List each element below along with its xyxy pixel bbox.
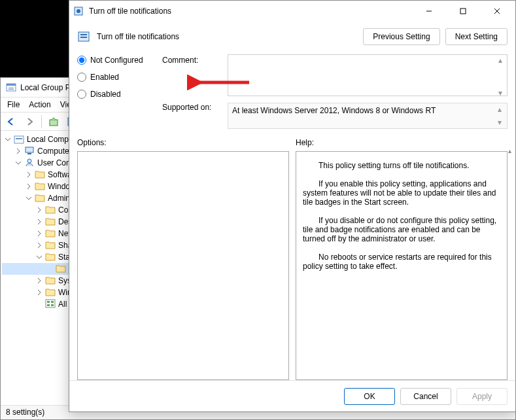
mmc-app-icon xyxy=(6,82,16,93)
svg-rect-12 xyxy=(46,300,55,307)
tree-label: Computer xyxy=(36,147,72,156)
comment-textarea[interactable] xyxy=(228,54,507,96)
help-paragraph: This policy setting turns off tile notif… xyxy=(303,161,500,170)
svg-rect-16 xyxy=(51,304,54,306)
folder-icon xyxy=(35,169,45,181)
svg-rect-1 xyxy=(7,84,16,86)
folder-icon xyxy=(45,275,56,287)
help-paragraph: If you enable this policy setting, appli… xyxy=(303,179,500,207)
dialog-title: Turn off tile notifications xyxy=(89,7,171,16)
svg-rect-8 xyxy=(16,138,22,139)
radio-disabled[interactable]: Disabled xyxy=(77,90,156,99)
comment-label: Comment: xyxy=(162,56,221,65)
supported-on-box: At least Windows Server 2012, Windows 8 … xyxy=(228,103,507,129)
folder-icon xyxy=(35,193,45,204)
svg-rect-2 xyxy=(9,88,14,88)
options-label: Options: xyxy=(77,138,107,147)
forward-button[interactable] xyxy=(22,114,37,129)
policy-heading: Turn off tile notifications xyxy=(97,32,179,41)
chevron-right-icon[interactable] xyxy=(35,288,44,297)
close-button[interactable] xyxy=(483,1,511,21)
maximize-button[interactable] xyxy=(449,1,477,21)
radio-enabled-input[interactable] xyxy=(77,73,86,82)
svg-rect-20 xyxy=(460,9,466,14)
svg-rect-3 xyxy=(9,89,14,90)
tree-label: Admini xyxy=(46,194,72,203)
options-pane[interactable] xyxy=(77,151,289,380)
dialog-header: Turn off tile notifications Previous Set… xyxy=(77,28,507,45)
apply-button[interactable]: Apply xyxy=(456,388,507,405)
ok-button[interactable]: OK xyxy=(344,388,395,405)
radio-label: Enabled xyxy=(90,73,119,82)
svg-rect-4 xyxy=(50,120,58,126)
folder-icon xyxy=(24,158,35,169)
chevron-right-icon[interactable] xyxy=(24,182,33,191)
chevron-right-icon[interactable] xyxy=(35,229,44,238)
chevron-right-icon[interactable] xyxy=(35,217,44,226)
folder-icon xyxy=(45,228,56,239)
dialog-footer: OK Cancel Apply xyxy=(69,380,515,411)
previous-setting-button[interactable]: Previous Setting xyxy=(363,28,439,45)
folder-icon xyxy=(45,299,56,310)
minimize-button[interactable] xyxy=(415,1,443,21)
chevron-right-icon[interactable] xyxy=(35,276,44,285)
chevron-right-icon[interactable] xyxy=(14,147,23,156)
svg-rect-24 xyxy=(80,34,87,35)
folder-icon xyxy=(45,287,56,298)
chevron-right-icon[interactable] xyxy=(24,170,33,179)
svg-rect-14 xyxy=(51,301,54,303)
folder-icon xyxy=(56,264,66,275)
svg-rect-25 xyxy=(80,37,87,38)
dialog-titlebar[interactable]: Turn off tile notifications xyxy=(69,1,515,22)
svg-rect-13 xyxy=(47,301,50,303)
radio-label: Not Configured xyxy=(90,56,143,65)
help-paragraph: If you disable or do not configure this … xyxy=(303,216,500,243)
radio-not-configured[interactable]: Not Configured xyxy=(77,56,156,65)
chevron-down-icon[interactable] xyxy=(14,158,23,167)
supported-on-text: At least Windows Server 2012, Windows 8 … xyxy=(232,106,436,115)
cancel-button[interactable]: Cancel xyxy=(400,388,451,405)
radio-disabled-input[interactable] xyxy=(77,90,86,99)
radio-label: Disabled xyxy=(90,90,121,99)
dialog-app-icon xyxy=(73,6,84,16)
svg-rect-9 xyxy=(26,147,33,152)
folder-icon xyxy=(45,205,56,216)
chevron-right-icon[interactable] xyxy=(35,241,44,250)
folder-icon xyxy=(24,146,35,157)
radio-not-configured-input[interactable] xyxy=(77,56,86,65)
up-button[interactable] xyxy=(46,114,61,129)
folder-icon xyxy=(35,181,45,192)
svg-point-18 xyxy=(77,9,80,13)
help-label: Help: xyxy=(296,138,314,147)
menu-action[interactable]: Action xyxy=(29,100,50,109)
folder-icon xyxy=(45,240,56,251)
menu-file[interactable]: File xyxy=(7,100,20,109)
policy-heading-icon xyxy=(77,30,90,43)
help-paragraph: No reboots or service restarts are requi… xyxy=(303,253,500,271)
next-setting-button[interactable]: Next Setting xyxy=(445,28,507,45)
back-button[interactable] xyxy=(3,114,19,129)
outer-scroll-hint: ▴ xyxy=(508,147,515,380)
chevron-right-icon[interactable] xyxy=(35,205,44,215)
state-radio-group: Not Configured Enabled Disabled xyxy=(77,54,156,99)
chevron-down-icon[interactable] xyxy=(35,253,44,262)
policy-icon xyxy=(14,135,24,144)
folder-icon xyxy=(45,252,56,263)
chevron-down-icon[interactable] xyxy=(3,135,12,144)
radio-enabled[interactable]: Enabled xyxy=(77,73,156,82)
help-pane[interactable]: This policy setting turns off tile notif… xyxy=(296,151,507,380)
chevron-down-icon[interactable] xyxy=(24,194,33,203)
toolbar-separator xyxy=(41,115,42,128)
svg-rect-15 xyxy=(47,304,50,306)
status-text: 8 setting(s) xyxy=(6,408,44,417)
svg-point-11 xyxy=(27,159,31,163)
supported-label: Supported on: xyxy=(162,103,211,112)
svg-rect-7 xyxy=(14,136,24,143)
svg-rect-10 xyxy=(27,153,31,154)
folder-icon xyxy=(45,217,56,228)
policy-dialog: Turn off tile notifications Turn off til… xyxy=(69,0,516,412)
